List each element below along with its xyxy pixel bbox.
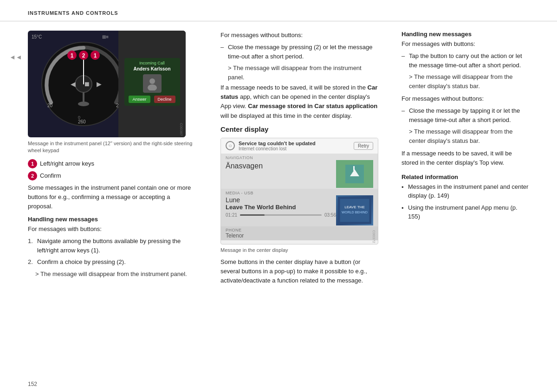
svg-text:1: 1 xyxy=(71,52,74,59)
cd-error-title: Service tag couldn't be updated xyxy=(239,141,350,146)
left-column: 15°C ⊞≡ 22:46 xyxy=(28,31,209,367)
bullet-dot-2: • xyxy=(402,204,408,213)
left-arrow-icon: ◄◄ xyxy=(9,53,22,61)
svg-text:⏹: ⏹ xyxy=(84,80,90,88)
cd-nav-section: Navigation Änasvagen xyxy=(221,154,378,189)
cd-media-thumbnail: LEAVE THE WORLD BEHIND xyxy=(336,195,373,225)
cd-phone-name: Telenor xyxy=(226,232,373,239)
cd-phone-label: Phone xyxy=(226,228,373,232)
page-footer: 152 xyxy=(0,376,557,392)
right-column: Handling new messages For messages with … xyxy=(390,31,529,367)
car-status-label: Car status xyxy=(220,84,377,100)
step2-item: 2. Confirm a choice by pressing (2). xyxy=(28,257,195,267)
cd-nav-text: Änasvagen xyxy=(226,160,336,188)
step2-subtext: The message will disappear from the inst… xyxy=(35,270,195,279)
cd-phone-section: Phone Telenor xyxy=(221,226,378,240)
badge-2: 2 xyxy=(28,171,37,180)
cd-image-caption: Message in the center display xyxy=(220,247,378,253)
decline-button[interactable]: Decline xyxy=(154,96,175,103)
right-no-buttons: For messages without buttons: xyxy=(402,94,529,103)
mid-dash1-sub: The message will disappear from the inst… xyxy=(228,64,378,82)
svg-text:20: 20 xyxy=(47,103,53,108)
cd-nav-label: Navigation xyxy=(226,155,373,160)
svg-point-18 xyxy=(149,78,155,84)
cd-image-id: C00372 xyxy=(372,230,376,243)
cd-nav-street: Änasvagen xyxy=(226,162,336,170)
bullet1-text: Messages in the instrument panel and cen… xyxy=(408,182,529,200)
right-for-buttons: For messages with buttons: xyxy=(402,39,529,49)
dash-symbol-1: – xyxy=(220,43,228,61)
right-dash1-text: Tap the button to carry out the action o… xyxy=(409,51,529,70)
call-info-box: Incoming Call Anders Karlsson Answer xyxy=(124,58,180,106)
mid-dash1: – Close the message by pressing (2) or l… xyxy=(220,43,378,61)
cd-nav-content: Änasvagen xyxy=(226,160,373,188)
step2-num: 2. xyxy=(28,257,37,267)
call-action-buttons: Answer Decline xyxy=(129,96,175,103)
cd-error-text: Service tag couldn't be updated Internet… xyxy=(239,141,350,151)
right-dash2-sub: The message will disappear from the cent… xyxy=(409,127,529,145)
bullet2-text: Using the instrument panel App menu (p. … xyxy=(408,203,529,221)
handling-sub: For messages with buttons: xyxy=(28,225,195,234)
cd-time-end: 03:56 xyxy=(324,212,336,218)
cd-progress-bar xyxy=(240,214,322,216)
instrument-panel-image: 15°C ⊞≡ 22:46 xyxy=(28,31,186,137)
badge-1: 1 xyxy=(28,159,37,168)
svg-text:LEAVE THE: LEAVE THE xyxy=(344,205,365,209)
step2-text: Confirm a choice by pressing (2). xyxy=(37,257,195,267)
svg-text:WORLD BEHIND: WORLD BEHIND xyxy=(342,210,368,214)
answer-button[interactable]: Answer xyxy=(129,96,150,103)
album-art: LEAVE THE WORLD BEHIND xyxy=(338,195,371,225)
right-dash-sym1: – xyxy=(402,51,409,70)
left-handling-heading: Handling new messages xyxy=(28,216,195,223)
svg-text:▶: ▶ xyxy=(97,80,102,88)
bullet-dot-1: • xyxy=(402,183,408,192)
badge2-row: 2 Confirm xyxy=(28,171,195,180)
header: INSTRUMENTS AND CONTROLS xyxy=(0,0,557,21)
cd-para3: Some buttons in the center display have … xyxy=(220,257,378,285)
caller-name: Anders Karlsson xyxy=(129,66,175,71)
right-dash2: – Close the message by tapping it or let… xyxy=(402,106,529,124)
cd-media-section: Media - USB Lune Leave The World Behind … xyxy=(221,189,378,226)
right-dash1: – Tap the button to carry out the action… xyxy=(402,51,529,70)
center-display-image: ○ Service tag couldn't be updated Intern… xyxy=(220,138,378,244)
avatar-icon xyxy=(145,77,159,90)
cd-media-label: Media - USB xyxy=(226,191,373,195)
right-para4: If a message needs to be saved, it will … xyxy=(402,149,529,167)
badge1-label: Left/right arrow keys xyxy=(40,160,94,167)
cd-track-title: Leave The World Behind xyxy=(226,204,336,211)
page-number: 152 xyxy=(28,381,37,387)
cd-error-row: ○ Service tag couldn't be updated Intern… xyxy=(221,138,378,154)
step1-text: Navigate among the buttons available by … xyxy=(37,237,195,255)
cd-retry-button[interactable]: Retry xyxy=(354,142,373,150)
right-dash2-text: Close the message by tapping it or let t… xyxy=(409,106,529,124)
svg-text:2: 2 xyxy=(82,52,85,59)
center-display-heading: Center display xyxy=(220,125,378,133)
svg-rect-23 xyxy=(353,166,355,171)
incoming-call-panel: Incoming Call Anders Karlsson Answer xyxy=(118,31,186,137)
car-message-label: Car message stored in Car status applica… xyxy=(248,103,377,109)
instrument-image-caption: Message in the instrument panel (12" ver… xyxy=(28,140,195,154)
no-buttons-heading: For messages without buttons: xyxy=(220,31,378,40)
cd-progress-fill xyxy=(240,214,265,216)
cd-nav-thumbnail xyxy=(336,160,373,188)
speedometer-svg: ◀ ⏹ ▶ 20 230 260 0 1 xyxy=(37,38,130,130)
content-area: 15°C ⊞≡ 22:46 xyxy=(0,21,557,376)
related-info-heading: Related information xyxy=(402,174,529,180)
bullet2-item: • Using the instrument panel App menu (p… xyxy=(402,203,529,221)
cd-media-info: Lune Leave The World Behind 01:21 03:56 xyxy=(226,195,336,225)
right-dash-sym2: – xyxy=(402,106,409,124)
svg-text:1: 1 xyxy=(94,52,97,59)
cd-error-subtitle: Internet connection lost xyxy=(239,146,350,151)
image-id-left: C00387 xyxy=(179,123,183,136)
map-thumbnail xyxy=(336,160,373,188)
page: INSTRUMENTS AND CONTROLS ◄◄ 15°C ⊞≡ 22:4… xyxy=(0,0,557,392)
svg-point-19 xyxy=(148,84,157,90)
page-title: INSTRUMENTS AND CONTROLS xyxy=(28,10,118,16)
intro-paragraph: Some messages in the instrument panel co… xyxy=(28,183,195,211)
bullet1-item: • Messages in the instrument panel and c… xyxy=(402,182,529,200)
badge2-label: Confirm xyxy=(40,172,61,179)
svg-point-17 xyxy=(78,102,89,106)
cd-media-content: Lune Leave The World Behind 01:21 03:56 xyxy=(226,195,373,225)
car-status-para: If a message needs to be saved, it will … xyxy=(220,83,378,121)
mid-dash1-text: Close the message by pressing (2) or let… xyxy=(228,43,378,61)
